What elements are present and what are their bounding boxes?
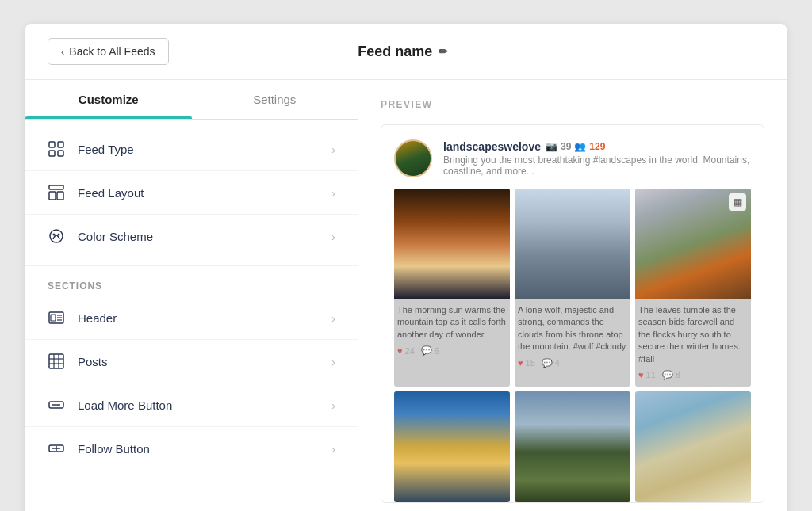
post-image-2: [515, 189, 630, 299]
chevron-right-header: ›: [331, 311, 335, 325]
svg-point-7: [50, 230, 63, 242]
post-image-6: [635, 391, 751, 502]
menu-item-color-scheme[interactable]: Color Scheme ›: [25, 215, 358, 257]
tab-settings[interactable]: Settings: [192, 80, 358, 119]
sections-label: SECTIONS: [25, 266, 358, 296]
chevron-right-feed-type: ›: [331, 143, 335, 156]
post-caption-1: The morning sun warms the mountain top a…: [394, 299, 510, 342]
menu-item-feed-type[interactable]: Feed Type ›: [25, 128, 358, 171]
post-likes-1: ♥ 24: [397, 346, 415, 356]
content-area: Customize Settings: [25, 80, 787, 511]
post-image-4: [394, 391, 510, 502]
post-item-3[interactable]: ▦ The leaves tumble as the season bids f…: [635, 189, 751, 387]
chevron-right-follow: ›: [331, 442, 335, 456]
post-likes-3: ♥ 11: [638, 370, 656, 379]
chevron-left-icon: ‹: [61, 46, 64, 58]
svg-rect-15: [49, 354, 63, 368]
post-caption-2: A lone wolf, majestic and strong, comman…: [515, 299, 630, 355]
chevron-right-color-scheme: ›: [331, 230, 335, 243]
chevron-right-posts: ›: [331, 355, 335, 368]
post-count: 39: [561, 141, 571, 152]
chevron-right-feed-layout: ›: [331, 186, 335, 200]
preview-label: PREVIEW: [381, 99, 764, 110]
copy-icon[interactable]: ▦: [729, 193, 746, 211]
follow-label: Follow Button: [78, 442, 150, 456]
follow-icon: [48, 440, 65, 457]
post-image-5: [515, 391, 630, 502]
post-stats-2: ♥ 15 💬 4: [515, 355, 630, 375]
chevron-right-load-more: ›: [331, 399, 335, 412]
load-more-icon: [48, 396, 65, 414]
sections-menu: Header ›: [25, 296, 358, 470]
heart-icon-2: ♥: [518, 358, 523, 368]
feed-preview: landscapeswelove 📷 39 👥 129 Bringing you…: [381, 124, 764, 503]
sidebar: Customize Settings: [25, 80, 358, 511]
comment-icon-3: 💬: [662, 370, 673, 380]
posts-label: Posts: [78, 355, 108, 368]
post-likes-2: ♥ 15: [518, 358, 535, 368]
svg-rect-6: [57, 192, 63, 200]
feed-name-text: Feed name: [358, 44, 432, 60]
svg-point-8: [53, 234, 56, 236]
svg-rect-4: [49, 185, 63, 189]
comment-icon-1: 💬: [421, 345, 432, 356]
edit-feed-name-icon[interactable]: ✏: [439, 45, 448, 58]
follower-count: 129: [589, 141, 605, 152]
post-item-2[interactable]: A lone wolf, majestic and strong, comman…: [515, 189, 630, 387]
post-item-4[interactable]: [394, 391, 510, 502]
post-item-1[interactable]: The morning sun warms the mountain top a…: [394, 189, 510, 387]
menu-item-posts[interactable]: Posts ›: [25, 340, 358, 383]
heart-icon-3: ♥: [638, 370, 644, 379]
feed-bio: Bringing you the most breathtaking #land…: [443, 154, 751, 177]
svg-rect-11: [51, 315, 56, 321]
instagram-icon: 📷: [546, 141, 557, 152]
heart-icon-1: ♥: [397, 346, 403, 356]
load-more-label: Load More Button: [78, 399, 172, 412]
post-image-1: [394, 189, 510, 299]
back-to-all-feeds-button[interactable]: ‹ Back to All Feeds: [48, 38, 169, 65]
color-scheme-icon: [48, 227, 65, 245]
feed-name-area: Feed name ✏: [358, 44, 448, 60]
menu-item-load-more[interactable]: Load More Button ›: [25, 383, 358, 427]
avatar-image: [396, 141, 431, 176]
feed-type-icon: [48, 140, 65, 158]
menu-item-feed-layout[interactable]: Feed Layout ›: [25, 171, 358, 215]
menu-item-follow[interactable]: Follow Button ›: [25, 427, 358, 470]
post-comments-2: 💬 4: [542, 358, 560, 368]
feed-type-label: Feed Type: [78, 143, 134, 156]
top-bar: ‹ Back to All Feeds Feed name ✏: [25, 24, 787, 80]
svg-rect-5: [49, 192, 56, 200]
post-item-5[interactable]: [515, 391, 630, 502]
posts-icon: [48, 353, 65, 370]
svg-rect-0: [49, 142, 55, 147]
header-icon: [48, 309, 65, 326]
photo-grid-row-2: [394, 391, 751, 502]
back-button-label: Back to All Feeds: [69, 45, 155, 58]
customize-menu-section: Feed Type › Feed Layou: [25, 120, 358, 266]
color-scheme-label: Color Scheme: [78, 230, 153, 243]
post-stats-3: ♥ 11 💬 8: [635, 367, 751, 387]
menu-item-header[interactable]: Header ›: [25, 296, 358, 340]
preview-area: PREVIEW landscapeswelove 📷 39 👥: [358, 80, 787, 511]
svg-rect-1: [58, 142, 63, 147]
people-icon: 👥: [574, 141, 586, 152]
sidebar-tabs: Customize Settings: [25, 80, 358, 120]
svg-rect-2: [49, 151, 55, 156]
post-stats-1: ♥ 24 💬 6: [394, 342, 510, 362]
feed-header: landscapeswelove 📷 39 👥 129 Bringing you…: [394, 139, 751, 177]
avatar: [394, 139, 432, 177]
tab-customize[interactable]: Customize: [25, 80, 192, 119]
svg-point-9: [58, 234, 60, 236]
post-item-6[interactable]: [635, 391, 751, 502]
feed-layout-icon: [48, 184, 65, 201]
post-comments-3: 💬 8: [662, 370, 680, 380]
photo-grid-row-1: The morning sun warms the mountain top a…: [394, 189, 751, 387]
feed-username: landscapeswelove 📷 39 👥 129: [443, 140, 751, 153]
post-caption-3: The leaves tumble as the season bids far…: [635, 299, 751, 367]
comment-icon-2: 💬: [542, 358, 553, 368]
svg-rect-3: [58, 151, 63, 156]
feed-layout-label: Feed Layout: [78, 186, 144, 200]
header-label: Header: [78, 311, 117, 325]
post-comments-1: 💬 6: [421, 345, 439, 356]
main-container: ‹ Back to All Feeds Feed name ✏ Customiz…: [25, 24, 787, 511]
